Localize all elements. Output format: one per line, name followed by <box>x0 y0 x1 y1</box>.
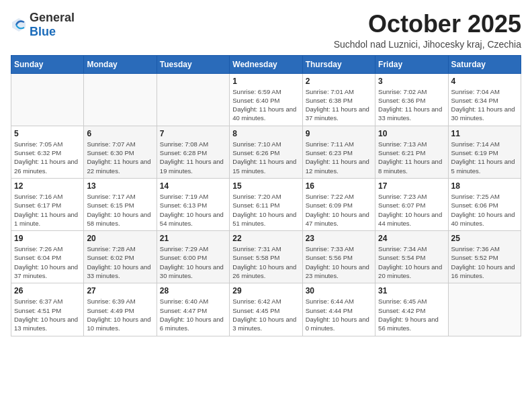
calendar-cell: 7Sunrise: 7:08 AM Sunset: 6:28 PM Daylig… <box>157 126 229 178</box>
calendar-cell: 18Sunrise: 7:25 AM Sunset: 6:06 PM Dayli… <box>448 178 521 230</box>
day-info: Sunrise: 6:44 AM Sunset: 4:44 PM Dayligh… <box>306 297 372 332</box>
logo-text: General Blue <box>30 11 75 39</box>
calendar-cell: 16Sunrise: 7:22 AM Sunset: 6:09 PM Dayli… <box>302 178 375 230</box>
day-info: Sunrise: 7:31 AM Sunset: 5:58 PM Dayligh… <box>232 244 299 280</box>
day-number: 6 <box>87 129 153 138</box>
day-info: Sunrise: 7:16 AM Sunset: 6:17 PM Dayligh… <box>14 192 81 228</box>
location-subtitle: Suchdol nad Luznici, Jihocesky kraj, Cze… <box>334 39 521 50</box>
calendar-cell: 26Sunrise: 6:37 AM Sunset: 4:51 PM Dayli… <box>11 283 84 336</box>
title-section: October 2025 Suchdol nad Luznici, Jihoce… <box>334 11 521 50</box>
calendar-cell: 3Sunrise: 7:02 AM Sunset: 6:36 PM Daylig… <box>375 73 448 126</box>
weekday-header-wednesday: Wednesday <box>230 55 302 73</box>
calendar-cell <box>11 73 84 126</box>
day-info: Sunrise: 7:14 AM Sunset: 6:19 PM Dayligh… <box>451 140 518 175</box>
day-number: 23 <box>306 234 372 243</box>
day-info: Sunrise: 7:07 AM Sunset: 6:30 PM Dayligh… <box>87 140 153 175</box>
day-number: 3 <box>378 77 445 86</box>
day-info: Sunrise: 6:39 AM Sunset: 4:49 PM Dayligh… <box>87 297 153 332</box>
day-number: 20 <box>87 234 153 243</box>
day-info: Sunrise: 7:19 AM Sunset: 6:13 PM Dayligh… <box>160 192 226 228</box>
day-info: Sunrise: 7:04 AM Sunset: 6:34 PM Dayligh… <box>451 87 518 123</box>
day-info: Sunrise: 7:22 AM Sunset: 6:09 PM Dayligh… <box>306 192 372 228</box>
day-info: Sunrise: 7:11 AM Sunset: 6:23 PM Dayligh… <box>306 140 372 175</box>
day-info: Sunrise: 7:33 AM Sunset: 5:56 PM Dayligh… <box>306 244 372 280</box>
day-info: Sunrise: 7:36 AM Sunset: 5:52 PM Dayligh… <box>451 244 518 280</box>
day-number: 11 <box>451 129 518 138</box>
day-number: 31 <box>378 286 445 295</box>
day-info: Sunrise: 6:59 AM Sunset: 6:40 PM Dayligh… <box>232 87 299 123</box>
weekday-header-tuesday: Tuesday <box>157 55 229 73</box>
calendar-cell: 9Sunrise: 7:11 AM Sunset: 6:23 PM Daylig… <box>302 126 375 178</box>
calendar-cell <box>84 73 157 126</box>
day-number: 19 <box>14 234 81 243</box>
page-header: General Blue October 2025 Suchdol nad Lu… <box>11 11 521 50</box>
calendar-week-row: 19Sunrise: 7:26 AM Sunset: 6:04 PM Dayli… <box>11 231 521 283</box>
day-number: 10 <box>378 129 445 138</box>
day-info: Sunrise: 7:17 AM Sunset: 6:15 PM Dayligh… <box>87 192 153 228</box>
calendar-cell: 10Sunrise: 7:13 AM Sunset: 6:21 PM Dayli… <box>375 126 448 178</box>
day-info: Sunrise: 6:45 AM Sunset: 4:42 PM Dayligh… <box>378 297 445 332</box>
day-number: 5 <box>14 129 81 138</box>
day-number: 12 <box>14 181 81 191</box>
weekday-header-row: SundayMondayTuesdayWednesdayThursdayFrid… <box>11 55 521 73</box>
day-number: 14 <box>160 181 226 191</box>
day-number: 21 <box>160 234 226 243</box>
day-info: Sunrise: 7:26 AM Sunset: 6:04 PM Dayligh… <box>14 244 81 280</box>
day-number: 15 <box>232 181 299 191</box>
svg-marker-0 <box>12 18 26 32</box>
day-number: 18 <box>451 181 518 191</box>
weekday-header-saturday: Saturday <box>448 55 521 73</box>
day-info: Sunrise: 7:08 AM Sunset: 6:28 PM Dayligh… <box>160 140 226 175</box>
logo-blue: Blue <box>30 25 56 38</box>
calendar-cell: 6Sunrise: 7:07 AM Sunset: 6:30 PM Daylig… <box>84 126 157 178</box>
calendar-cell: 24Sunrise: 7:34 AM Sunset: 5:54 PM Dayli… <box>375 231 448 283</box>
day-number: 25 <box>451 234 518 243</box>
calendar-cell: 27Sunrise: 6:39 AM Sunset: 4:49 PM Dayli… <box>84 283 157 336</box>
calendar-cell <box>157 73 229 126</box>
calendar-cell: 12Sunrise: 7:16 AM Sunset: 6:17 PM Dayli… <box>11 178 84 230</box>
day-number: 8 <box>232 129 299 138</box>
calendar-cell: 8Sunrise: 7:10 AM Sunset: 6:26 PM Daylig… <box>230 126 302 178</box>
day-number: 29 <box>232 286 299 295</box>
calendar-week-row: 1Sunrise: 6:59 AM Sunset: 6:40 PM Daylig… <box>11 73 521 126</box>
day-number: 1 <box>232 77 299 86</box>
calendar-week-row: 12Sunrise: 7:16 AM Sunset: 6:17 PM Dayli… <box>11 178 521 230</box>
calendar-week-row: 5Sunrise: 7:05 AM Sunset: 6:32 PM Daylig… <box>11 126 521 178</box>
calendar-cell: 22Sunrise: 7:31 AM Sunset: 5:58 PM Dayli… <box>230 231 302 283</box>
day-number: 17 <box>378 181 445 191</box>
day-info: Sunrise: 7:29 AM Sunset: 6:00 PM Dayligh… <box>160 244 226 280</box>
calendar-cell: 31Sunrise: 6:45 AM Sunset: 4:42 PM Dayli… <box>375 283 448 336</box>
calendar-cell <box>448 283 521 336</box>
day-info: Sunrise: 7:25 AM Sunset: 6:06 PM Dayligh… <box>451 192 518 228</box>
day-info: Sunrise: 7:01 AM Sunset: 6:38 PM Dayligh… <box>306 87 372 123</box>
calendar-cell: 21Sunrise: 7:29 AM Sunset: 6:00 PM Dayli… <box>157 231 229 283</box>
calendar-cell: 19Sunrise: 7:26 AM Sunset: 6:04 PM Dayli… <box>11 231 84 283</box>
day-number: 30 <box>306 286 372 295</box>
weekday-header-thursday: Thursday <box>302 55 375 73</box>
day-info: Sunrise: 7:23 AM Sunset: 6:07 PM Dayligh… <box>378 192 445 228</box>
logo-general: General <box>30 11 75 24</box>
day-number: 13 <box>87 181 153 191</box>
calendar-cell: 15Sunrise: 7:20 AM Sunset: 6:11 PM Dayli… <box>230 178 302 230</box>
calendar-cell: 20Sunrise: 7:28 AM Sunset: 6:02 PM Dayli… <box>84 231 157 283</box>
logo: General Blue <box>11 11 75 39</box>
day-number: 26 <box>14 286 81 295</box>
day-number: 22 <box>232 234 299 243</box>
day-info: Sunrise: 6:42 AM Sunset: 4:45 PM Dayligh… <box>232 297 299 332</box>
logo-icon <box>11 17 27 33</box>
weekday-header-monday: Monday <box>84 55 157 73</box>
day-number: 24 <box>378 234 445 243</box>
day-info: Sunrise: 7:02 AM Sunset: 6:36 PM Dayligh… <box>378 87 445 123</box>
calendar-cell: 2Sunrise: 7:01 AM Sunset: 6:38 PM Daylig… <box>302 73 375 126</box>
day-number: 9 <box>306 129 372 138</box>
weekday-header-friday: Friday <box>375 55 448 73</box>
calendar-cell: 13Sunrise: 7:17 AM Sunset: 6:15 PM Dayli… <box>84 178 157 230</box>
calendar-cell: 29Sunrise: 6:42 AM Sunset: 4:45 PM Dayli… <box>230 283 302 336</box>
calendar-cell: 30Sunrise: 6:44 AM Sunset: 4:44 PM Dayli… <box>302 283 375 336</box>
day-number: 2 <box>306 77 372 86</box>
day-info: Sunrise: 7:05 AM Sunset: 6:32 PM Dayligh… <box>14 140 81 175</box>
calendar-cell: 4Sunrise: 7:04 AM Sunset: 6:34 PM Daylig… <box>448 73 521 126</box>
day-info: Sunrise: 7:34 AM Sunset: 5:54 PM Dayligh… <box>378 244 445 280</box>
day-info: Sunrise: 7:20 AM Sunset: 6:11 PM Dayligh… <box>232 192 299 228</box>
calendar-cell: 1Sunrise: 6:59 AM Sunset: 6:40 PM Daylig… <box>230 73 302 126</box>
